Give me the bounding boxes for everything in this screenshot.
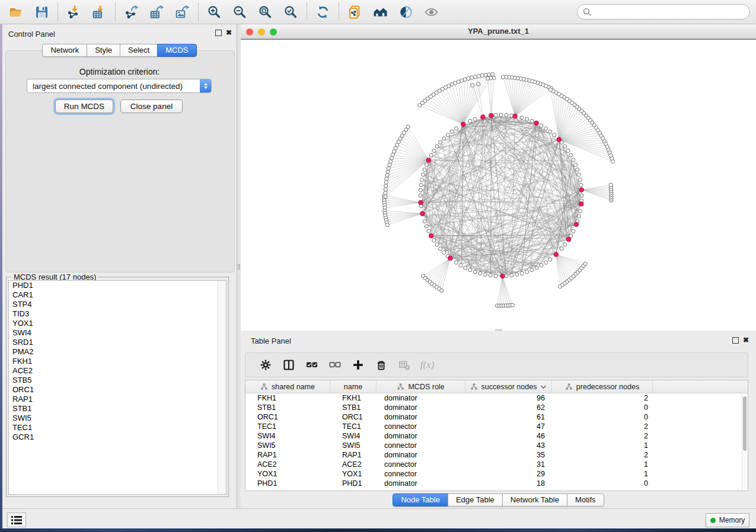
ring-node[interactable] <box>499 113 503 117</box>
leaf-node[interactable] <box>480 73 484 77</box>
memory-button[interactable]: Memory <box>706 513 749 527</box>
cell-shared-name[interactable]: FKH1 <box>245 394 330 402</box>
ring-node[interactable] <box>464 266 467 270</box>
zoom-fit-button[interactable] <box>253 2 278 22</box>
ring-node[interactable] <box>520 271 524 275</box>
mcds-hub-node[interactable] <box>579 201 584 206</box>
leaf-node[interactable] <box>384 195 387 198</box>
ring-node[interactable] <box>427 229 430 233</box>
close-panel-button[interactable]: Close panel <box>120 100 183 113</box>
ring-node[interactable] <box>435 243 439 246</box>
ring-node[interactable] <box>423 220 426 223</box>
cell-MCDS-role[interactable]: dominator <box>377 394 465 402</box>
cell-predecessor-nodes[interactable]: 1 <box>552 460 653 469</box>
cell-shared-name[interactable]: YOX1 <box>245 470 330 478</box>
export-network-button[interactable] <box>119 2 144 22</box>
delete-column-button[interactable] <box>369 355 393 374</box>
mcds-result-item[interactable]: SWI4 <box>9 328 226 338</box>
mcds-result-item[interactable]: PMA2 <box>9 347 226 357</box>
cell-MCDS-role[interactable]: connector <box>377 470 465 478</box>
tab-select[interactable]: Select <box>120 44 158 57</box>
cell-successor-nodes[interactable]: 47 <box>465 422 552 431</box>
ring-node[interactable] <box>450 130 454 133</box>
mcds-hub-node[interactable] <box>429 233 433 238</box>
cell-successor-nodes[interactable]: 29 <box>465 470 552 478</box>
leaf-node[interactable] <box>477 74 480 78</box>
float-window-icon[interactable] <box>215 30 222 36</box>
table-row[interactable]: STB1STB1dominator620 <box>245 403 748 412</box>
add-column-button[interactable] <box>346 355 369 374</box>
leaf-node[interactable] <box>387 166 390 170</box>
ring-node[interactable] <box>479 271 482 275</box>
cell-shared-name[interactable]: STB1 <box>245 403 330 412</box>
cell-shared-name[interactable]: ACE2 <box>245 460 330 469</box>
ring-node[interactable] <box>572 158 575 162</box>
share-document-button[interactable] <box>342 2 368 22</box>
zoom-in-button[interactable] <box>202 2 227 22</box>
search-input[interactable] <box>592 7 744 17</box>
ring-node[interactable] <box>468 268 472 272</box>
mcds-hub-node[interactable] <box>513 114 518 118</box>
ring-node[interactable] <box>468 119 472 123</box>
leaf-node[interactable] <box>487 73 491 76</box>
ring-node[interactable] <box>540 124 543 127</box>
eye-button[interactable] <box>419 2 444 22</box>
tab-node-table[interactable]: Node Table <box>393 493 448 507</box>
cell-MCDS-role[interactable]: dominator <box>377 403 465 412</box>
home-network-button[interactable] <box>368 2 393 22</box>
leaf-node[interactable] <box>583 262 587 265</box>
import-table-button[interactable] <box>87 2 112 22</box>
ring-node[interactable] <box>459 264 462 267</box>
ring-node[interactable] <box>563 243 567 246</box>
cell-shared-name[interactable]: SWI4 <box>245 432 330 440</box>
select-all-button[interactable] <box>300 355 323 374</box>
mcds-hub-node[interactable] <box>420 211 425 216</box>
ring-node[interactable] <box>439 247 442 251</box>
cell-shared-name[interactable]: RAP1 <box>245 451 330 459</box>
mcds-result-item[interactable]: SWI5 <box>9 414 226 423</box>
leaf-node[interactable] <box>484 73 487 77</box>
mcds-hub-node[interactable] <box>481 115 486 120</box>
mcds-hub-node[interactable] <box>500 274 505 278</box>
mcds-result-item[interactable]: ORC1 <box>9 385 226 395</box>
ring-node[interactable] <box>572 229 575 233</box>
cell-successor-nodes[interactable]: 31 <box>465 460 552 469</box>
cell-shared-name[interactable]: SWI5 <box>245 441 330 450</box>
cell-MCDS-role[interactable]: dominator <box>377 479 465 488</box>
cell-successor-nodes[interactable]: 35 <box>465 451 552 459</box>
cell-shared-name[interactable]: PHD1 <box>245 479 330 488</box>
cell-MCDS-role[interactable]: connector <box>377 441 465 450</box>
tab-mcds[interactable]: MCDS <box>157 44 196 57</box>
cell-predecessor-nodes[interactable]: 2 <box>552 422 653 431</box>
cell-shared-name[interactable]: TEC1 <box>245 422 330 431</box>
ring-node[interactable] <box>544 261 548 264</box>
ring-node[interactable] <box>454 261 458 264</box>
task-history-button[interactable] <box>7 512 26 527</box>
ring-node[interactable] <box>473 117 477 121</box>
ring-node[interactable] <box>530 268 534 272</box>
ring-node[interactable] <box>577 173 580 177</box>
cell-successor-nodes[interactable]: 18 <box>465 479 552 488</box>
ring-node[interactable] <box>505 274 508 278</box>
mcds-result-item[interactable]: PHD1 <box>9 281 226 290</box>
show-columns-button[interactable] <box>277 355 300 374</box>
mcds-result-item[interactable]: STP4 <box>9 300 226 309</box>
ring-node[interactable] <box>540 264 543 267</box>
leaf-node[interactable] <box>385 174 389 177</box>
ring-node[interactable] <box>425 163 428 166</box>
ring-node[interactable] <box>473 270 477 274</box>
cell-successor-nodes[interactable]: 46 <box>465 432 552 440</box>
mcds-hub-node[interactable] <box>574 222 579 227</box>
leaf-node[interactable] <box>388 163 391 166</box>
table-row[interactable]: ACE2ACE2connector311 <box>245 460 748 469</box>
ring-node[interactable] <box>483 273 487 276</box>
zoom-selected-button[interactable] <box>278 2 304 22</box>
cell-name[interactable]: RAP1 <box>330 451 377 459</box>
cell-MCDS-role[interactable]: dominator <box>377 413 465 421</box>
mcds-hub-node[interactable] <box>566 237 571 242</box>
ring-node[interactable] <box>579 183 583 187</box>
table-scrollbar[interactable] <box>742 393 748 491</box>
import-network-button[interactable] <box>61 2 87 22</box>
mcds-result-item[interactable]: FKH1 <box>9 357 226 366</box>
leaf-node[interactable] <box>385 177 388 181</box>
